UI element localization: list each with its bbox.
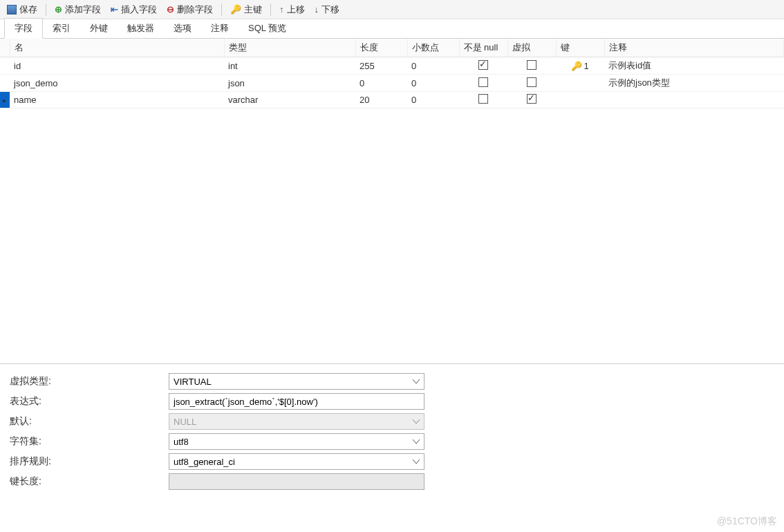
- watermark: @51CTO博客: [717, 515, 777, 528]
- tab-foreign-keys[interactable]: 外键: [80, 19, 118, 38]
- arrow-down-icon: [315, 4, 319, 15]
- minus-icon: ⊖: [167, 4, 174, 15]
- keylen-input: [169, 473, 424, 490]
- virtual-type-label: 虚拟类型:: [10, 375, 169, 388]
- delete-field-label: 删除字段: [177, 3, 213, 16]
- default-label: 默认:: [10, 415, 169, 428]
- add-field-label: 添加字段: [65, 3, 101, 16]
- cell-decimals[interactable]: 0: [407, 75, 459, 92]
- add-field-button[interactable]: ⊕ 添加字段: [50, 2, 105, 17]
- toolbar: 保存 ⊕ 添加字段 ⇤ 插入字段 ⊖ 删除字段 🔑 主键 上移 下移: [0, 0, 784, 19]
- tab-options[interactable]: 选项: [164, 19, 201, 38]
- fields-grid[interactable]: 名 类型 长度 小数点 不是 null 虚拟 键 注释 idint2550🔑1示…: [0, 39, 784, 108]
- cell-note[interactable]: [604, 92, 784, 108]
- delete-field-button[interactable]: ⊖ 删除字段: [162, 2, 217, 17]
- save-icon: [7, 5, 17, 15]
- separator: [270, 3, 271, 16]
- cell-note[interactable]: 示例的json类型: [604, 75, 784, 92]
- insert-field-button[interactable]: ⇤ 插入字段: [106, 2, 161, 17]
- checkbox-icon[interactable]: [527, 94, 536, 104]
- col-notnull-header[interactable]: 不是 null: [459, 39, 507, 57]
- col-name-header[interactable]: 名: [10, 39, 224, 57]
- charset-select[interactable]: utf8: [169, 433, 424, 450]
- cell-virtual[interactable]: [507, 92, 556, 108]
- cell-type[interactable]: json: [224, 75, 355, 92]
- col-type-header[interactable]: 类型: [224, 39, 355, 57]
- col-decimals-header[interactable]: 小数点: [407, 39, 459, 57]
- checkbox-icon[interactable]: [527, 60, 536, 70]
- tabs: 字段 索引 外键 触发器 选项 注释 SQL 预览: [0, 19, 784, 39]
- cell-length[interactable]: 0: [355, 75, 407, 92]
- move-down-button[interactable]: 下移: [310, 2, 344, 17]
- key-number: 1: [584, 61, 588, 71]
- primary-key-button[interactable]: 🔑 主键: [226, 2, 266, 17]
- row-marker: [0, 92, 10, 108]
- checkbox-icon[interactable]: [478, 60, 488, 70]
- arrow-up-icon: [279, 4, 284, 15]
- separator: [46, 3, 46, 16]
- cell-decimals[interactable]: 0: [407, 92, 459, 108]
- cell-type[interactable]: varchar: [224, 92, 355, 108]
- key-icon: 🔑: [230, 4, 241, 15]
- virtual-type-select[interactable]: VIRTUAL: [169, 373, 424, 390]
- cell-key[interactable]: [556, 75, 604, 92]
- cell-type[interactable]: int: [224, 57, 355, 75]
- tab-fields[interactable]: 字段: [4, 18, 43, 39]
- insert-field-label: 插入字段: [121, 3, 157, 16]
- tab-comment[interactable]: 注释: [201, 19, 239, 38]
- move-up-button[interactable]: 上移: [275, 2, 309, 17]
- separator: [221, 3, 222, 16]
- expression-input[interactable]: [169, 393, 424, 410]
- primary-key-label: 主键: [244, 3, 262, 16]
- collation-label: 排序规则:: [10, 455, 169, 468]
- move-up-label: 上移: [287, 3, 305, 16]
- collation-select[interactable]: utf8_general_ci: [169, 453, 424, 470]
- checkbox-icon[interactable]: [478, 94, 488, 104]
- default-select: NULL: [169, 413, 424, 430]
- col-length-header[interactable]: 长度: [355, 39, 407, 57]
- cell-key[interactable]: 🔑1: [556, 57, 604, 75]
- expression-label: 表达式:: [10, 395, 169, 408]
- cell-not-null[interactable]: [459, 57, 507, 75]
- checkbox-icon[interactable]: [527, 77, 536, 87]
- row-marker: [0, 75, 10, 92]
- cell-note[interactable]: 示例表id值: [604, 57, 784, 75]
- col-note-header[interactable]: 注释: [604, 39, 784, 57]
- table-row[interactable]: idint2550🔑1示例表id值: [0, 57, 784, 75]
- plus-icon: ⊕: [55, 4, 62, 15]
- fields-grid-wrap: 名 类型 长度 小数点 不是 null 虚拟 键 注释 idint2550🔑1示…: [0, 39, 784, 363]
- cell-key[interactable]: [556, 92, 604, 108]
- charset-label: 字符集:: [10, 435, 169, 448]
- checkbox-icon[interactable]: [478, 77, 488, 87]
- cell-not-null[interactable]: [459, 92, 507, 108]
- keylen-label: 键长度:: [10, 475, 169, 488]
- col-marker: [0, 39, 10, 57]
- cell-name[interactable]: name: [10, 92, 224, 108]
- key-icon: 🔑: [571, 61, 582, 71]
- move-down-label: 下移: [321, 3, 339, 16]
- col-virtual-header[interactable]: 虚拟: [507, 39, 556, 57]
- col-key-header[interactable]: 键: [556, 39, 604, 57]
- table-row[interactable]: namevarchar200: [0, 92, 784, 108]
- cell-name[interactable]: id: [10, 57, 224, 75]
- table-row[interactable]: json_demojson00示例的json类型: [0, 75, 784, 92]
- save-button[interactable]: 保存: [3, 2, 41, 17]
- field-properties-panel: 虚拟类型: VIRTUAL 表达式: 默认: NULL 字符集: utf8 排序…: [0, 363, 784, 499]
- tab-triggers[interactable]: 触发器: [118, 19, 164, 38]
- cell-length[interactable]: 255: [355, 57, 407, 75]
- row-marker: [0, 57, 10, 75]
- tab-sql-preview[interactable]: SQL 预览: [239, 19, 296, 38]
- cell-length[interactable]: 20: [355, 92, 407, 108]
- cell-virtual[interactable]: [507, 75, 556, 92]
- cell-decimals[interactable]: 0: [407, 57, 459, 75]
- tab-indexes[interactable]: 索引: [43, 19, 80, 38]
- insert-icon: ⇤: [111, 4, 118, 15]
- cell-not-null[interactable]: [459, 75, 507, 92]
- save-label: 保存: [19, 3, 37, 16]
- cell-virtual[interactable]: [507, 57, 556, 75]
- cell-name[interactable]: json_demo: [10, 75, 224, 92]
